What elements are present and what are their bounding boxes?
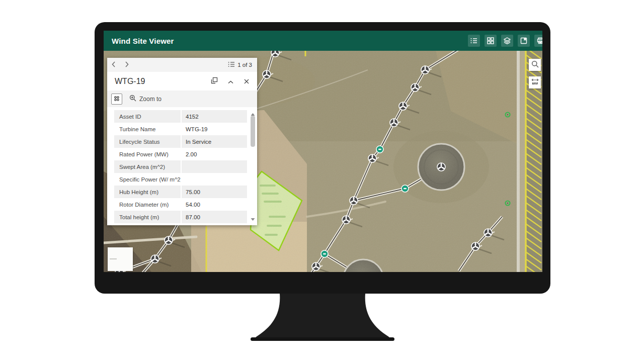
measure-icon <box>531 78 539 87</box>
field-label: Turbine Name <box>114 126 181 132</box>
field-row: Turbine NameWTG-19 <box>114 123 247 135</box>
field-label: Asset ID <box>114 114 181 120</box>
field-value: In Service <box>181 135 246 148</box>
popup-pagination-bar: 1 of 3 <box>107 58 257 72</box>
field-value: 54.00 <box>181 198 246 211</box>
zoom-to-action[interactable]: Zoom to <box>129 95 162 103</box>
popup-title: WTG-19 <box>107 77 145 86</box>
print-icon <box>536 37 542 45</box>
search-icon <box>531 60 539 70</box>
dot-grid-icon <box>114 95 120 104</box>
popup-titlebar: WTG-19 <box>107 72 257 90</box>
app-header: Wind Site Viewer <box>104 31 542 51</box>
chevron-up-icon <box>228 77 233 86</box>
scroll-down-arrow-icon[interactable] <box>251 214 255 223</box>
bookmark-button[interactable] <box>518 35 530 47</box>
app-title: Wind Site Viewer <box>104 37 174 45</box>
field-row: Swept Area (m^2) <box>114 160 247 173</box>
chevron-left-icon <box>112 60 116 69</box>
field-label: Lifecycle Status <box>114 139 181 145</box>
feature-popup: 1 of 3 WTG-19 Zoo <box>107 58 257 225</box>
zoom-to-icon <box>129 95 136 103</box>
measure-button[interactable] <box>529 76 541 88</box>
close-icon <box>244 77 249 86</box>
attribute-table: Asset ID4152Turbine NameWTG-19Lifecycle … <box>114 110 247 223</box>
feature-list-icon <box>228 61 235 68</box>
scrollbar-thumb[interactable] <box>251 116 255 147</box>
chevron-right-icon <box>125 60 129 69</box>
apps-grid-button[interactable] <box>485 35 497 47</box>
field-label: Hub Height (m) <box>114 189 181 195</box>
app-screen: Wind Site Viewer <box>104 31 542 272</box>
header-toolbar <box>468 35 542 47</box>
field-label: Rated Power (MW) <box>114 151 181 157</box>
legend-list-button[interactable] <box>468 35 480 47</box>
layers-button[interactable] <box>501 35 513 47</box>
field-label: Swept Area (m^2) <box>114 164 181 170</box>
grid-icon <box>487 37 495 45</box>
field-row: Hub Height (m)75.00 <box>114 186 247 198</box>
field-label: Total height (m) <box>114 214 181 220</box>
previous-feature-button[interactable] <box>107 58 120 72</box>
field-label: Specific Power (W/ m^2) <box>114 176 181 183</box>
field-row: Lifecycle StatusIn Service <box>114 135 247 148</box>
dock-icon <box>211 77 218 86</box>
field-value: 87.00 <box>181 211 246 223</box>
popup-body: Asset ID4152Turbine NameWTG-19Lifecycle … <box>107 107 257 225</box>
popup-actions-menu-button[interactable] <box>111 94 122 105</box>
bookmark-icon <box>520 37 528 45</box>
next-feature-button[interactable] <box>120 58 133 72</box>
search-button[interactable] <box>529 59 541 71</box>
field-label: Rotor Diameter (m) <box>114 202 181 208</box>
field-value <box>181 160 246 173</box>
popup-scrollbar[interactable] <box>250 109 256 223</box>
list-icon <box>470 37 478 45</box>
dock-popup-button[interactable] <box>210 77 219 86</box>
feature-count[interactable]: 1 of 3 <box>228 61 257 68</box>
field-value <box>181 173 246 186</box>
print-button[interactable] <box>534 35 542 47</box>
popup-actionbar: Zoom to <box>107 90 257 107</box>
field-value: WTG-19 <box>181 123 246 135</box>
field-row: Specific Power (W/ m^2) <box>114 173 247 186</box>
field-row: Rotor Diameter (m)54.00 <box>114 198 247 211</box>
field-row: Total height (m)87.00 <box>114 211 247 223</box>
layers-icon <box>503 37 511 45</box>
field-value: 4152 <box>181 110 246 123</box>
feature-count-label: 1 of 3 <box>237 62 252 68</box>
collapse-popup-button[interactable] <box>226 77 235 86</box>
field-row: Rated Power (MW)2.00 <box>114 148 247 160</box>
field-value: 2.00 <box>181 148 246 160</box>
field-row: Asset ID4152 <box>114 110 247 123</box>
field-value: 75.00 <box>181 186 246 198</box>
monitor-stand <box>231 293 413 343</box>
zoom-to-label: Zoom to <box>139 96 162 103</box>
close-popup-button[interactable] <box>242 77 251 86</box>
mini-panel[interactable] <box>108 247 133 271</box>
